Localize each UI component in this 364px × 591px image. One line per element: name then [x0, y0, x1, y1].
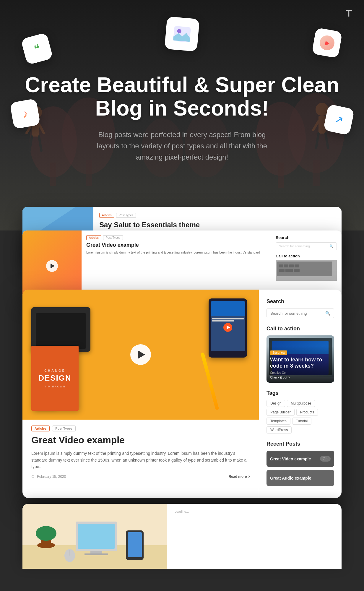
mid-search-box: Search for something 🔍	[276, 242, 337, 250]
mid-tag-articles: Articles	[86, 235, 101, 240]
recent-post-audio[interactable]: Great Audio example	[266, 470, 334, 486]
mid-card-title: Great Video example	[86, 242, 266, 248]
tag-products[interactable]: Products	[296, 409, 318, 416]
search-box[interactable]: 🔍	[266, 308, 334, 318]
tag-tutorial[interactable]: Tutorial	[292, 418, 312, 425]
drawing-tablet-graphic	[31, 307, 90, 352]
svg-rect-1	[50, 163, 56, 186]
svg-rect-31	[289, 264, 294, 267]
svg-rect-5	[278, 163, 284, 188]
play-button[interactable]	[130, 344, 151, 365]
cta-overlay: Start now Want to learn how to code in 8…	[266, 346, 334, 383]
tag-page-builder[interactable]: Page Builder	[266, 409, 295, 416]
mid-cta-title: Call to action	[276, 254, 337, 258]
blog-featured-image: 12:00 CHANGE DESIGN TIM BROWN	[22, 290, 259, 420]
mid-tag-posttypes: Post Types	[103, 235, 123, 240]
svg-rect-41	[78, 524, 115, 549]
tags-grid: Design Multipurpose Page Builder Product…	[266, 400, 334, 433]
cta-headline: Want to learn how to code in 8 weeks?	[270, 357, 331, 369]
design-book-graphic: CHANGE DESIGN TIM BROWN	[31, 346, 79, 411]
blog-post-tags: Articles Post Types	[22, 420, 259, 434]
svg-point-39	[36, 526, 56, 541]
hero-title: Create Beautiful & Super Clean Blog in S…	[24, 73, 340, 120]
recent-post-video[interactable]: Great Video example ♡ 2	[266, 451, 334, 467]
tag-multipurpose[interactable]: Multipurpose	[287, 400, 315, 407]
hero-section: ⊤	[0, 0, 364, 230]
mid-cta-image	[276, 260, 337, 281]
svg-rect-35	[294, 269, 300, 272]
back-tag-posttypes: Post Types	[116, 213, 136, 218]
blog-post-date: ⏱ February 15, 2020	[31, 475, 66, 479]
tablet-device-graphic	[209, 298, 247, 358]
tag-articles[interactable]: Articles	[31, 426, 50, 431]
cta-section-title: Call to action	[266, 326, 334, 332]
hero-subtitle: Blog posts were perfected in every aspec…	[93, 129, 271, 163]
blog-section: Articles Post Types Say Salut to Essenti…	[0, 230, 364, 587]
tag-design[interactable]: Design	[266, 400, 285, 407]
blog-post-meta: ⏱ February 15, 2020 Read more >	[22, 475, 259, 479]
main-blog-card: 12:00 CHANGE DESIGN TIM BROWN	[22, 290, 342, 498]
mid-play-button[interactable]	[46, 260, 58, 272]
svg-rect-43	[84, 553, 108, 555]
recent-posts-title: Recent Posts	[266, 441, 334, 447]
tag-wordpress[interactable]: WordPress	[266, 426, 292, 433]
tag-post-types[interactable]: Post Types	[52, 426, 76, 431]
mid-search-title: Search	[276, 235, 337, 240]
search-icon: 🔍	[325, 311, 330, 316]
blog-main-content: 12:00 CHANGE DESIGN TIM BROWN	[22, 290, 259, 498]
blog-sidebar: Search 🔍 Call to action	[259, 290, 342, 498]
pen-graphic	[200, 352, 219, 410]
svg-rect-3	[86, 160, 92, 186]
back-tag-articles: Articles	[99, 213, 114, 218]
cta-link[interactable]: Check it out >	[270, 376, 331, 379]
second-post-preview: Loading...	[22, 504, 342, 569]
svg-rect-32	[295, 264, 299, 267]
mid-card-excerpt: Lorem ipsum is simply dummy text of the …	[86, 250, 266, 255]
svg-rect-34	[285, 269, 293, 272]
svg-rect-33	[279, 269, 285, 272]
recent-post-video-label: Great Video example	[266, 457, 320, 461]
cta-card[interactable]: Start now Want to learn how to code in 8…	[266, 335, 334, 383]
tags-section-title: Tags	[266, 390, 334, 396]
blog-post-title: Great Video example	[22, 434, 259, 450]
svg-rect-30	[284, 264, 288, 267]
cta-company: Creative Co.	[270, 371, 331, 374]
tag-templates[interactable]: Templates	[266, 418, 290, 425]
play-icon-card: ▶	[312, 27, 342, 58]
svg-rect-28	[277, 262, 332, 276]
image-icon-card	[164, 16, 199, 51]
cta-image: Start now Want to learn how to code in 8…	[266, 335, 334, 383]
read-more-link[interactable]: Read more >	[229, 475, 250, 479]
recent-post-video-count: ♡ 2	[320, 456, 331, 462]
svg-rect-29	[279, 264, 283, 267]
svg-rect-7	[313, 160, 320, 186]
svg-rect-45	[128, 532, 142, 557]
back-card-title: Say Salut to Essentials theme	[99, 221, 336, 229]
search-section-title: Search	[266, 298, 334, 305]
blog-post-excerpt: Lorem ipsum is simply dummy text of the …	[22, 450, 259, 474]
recent-post-audio-label: Great Audio example	[266, 476, 334, 480]
search-input[interactable]	[270, 311, 325, 316]
cta-start-badge: Start now	[270, 350, 287, 355]
